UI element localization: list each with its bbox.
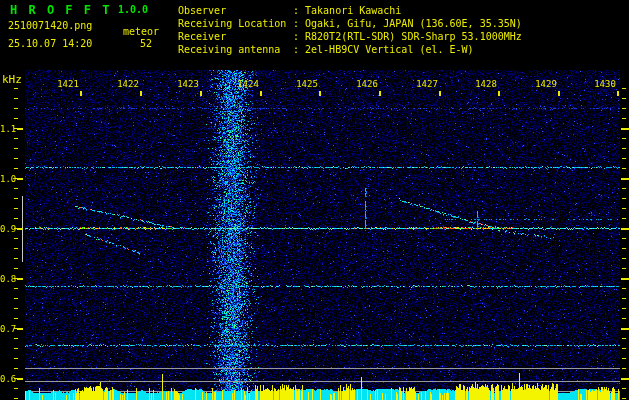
freq-tick-label: 1.0 [0,174,16,184]
app-title: H R O F F T [10,4,111,16]
filename-text: 2510071420.png [8,21,92,31]
info-row-value: : 2el-HB9CV Vertical (el. E-W) [293,43,474,56]
mode-label: meteor [123,27,159,37]
info-row-value: : R820T2(RTL-SDR) SDR-Sharp 53.1000MHz [293,30,522,43]
info-row-value: : Takanori Kawachi [293,4,401,17]
freq-tick-label: 1.1 [0,124,16,134]
echo-count: 52 [140,39,152,49]
time-tick-label: 1430 [591,79,619,89]
app-version: 1.0.0 [118,5,148,15]
station-info-block: Observer: Takanori KawachiReceiving Loca… [178,4,522,56]
hrofft-window: H R O F F T 1.0.0 2510071420.png meteor … [0,0,629,400]
info-row-value: : Ogaki, Gifu, JAPAN (136.60E, 35.35N) [293,17,522,30]
time-tick-label: 1425 [293,79,321,89]
info-row: Receiving Location: Ogaki, Gifu, JAPAN (… [178,17,522,30]
time-tick-label: 1422 [114,79,142,89]
info-row: Observer: Takanori Kawachi [178,4,522,17]
spectrogram-canvas [0,0,629,400]
time-tick-label: 1423 [174,79,202,89]
freq-axis-unit-label: kHz [2,74,22,85]
time-tick-label: 1421 [54,79,82,89]
info-row: Receiver: R820T2(RTL-SDR) SDR-Sharp 53.1… [178,30,522,43]
freq-tick-label: 0.6 [0,374,16,384]
freq-tick-label: 0.7 [0,324,16,334]
time-tick-label: 1427 [413,79,441,89]
freq-tick-label: 0.8 [0,274,16,284]
info-row-label: Observer [178,4,293,17]
freq-tick-label: 0.9 [0,224,16,234]
info-row-label: Receiving antenna [178,43,293,56]
time-tick-label: 1424 [234,79,262,89]
timestamp: 25.10.07 14:20 [8,39,92,49]
time-tick-label: 1429 [532,79,560,89]
info-row: Receiving antenna: 2el-HB9CV Vertical (e… [178,43,522,56]
info-row-label: Receiving Location [178,17,293,30]
time-tick-label: 1428 [472,79,500,89]
info-row-label: Receiver [178,30,293,43]
time-tick-label: 1426 [353,79,381,89]
